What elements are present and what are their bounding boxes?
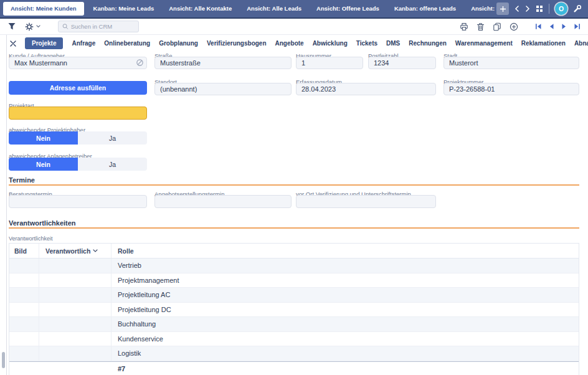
chevron-left-icon	[514, 6, 519, 12]
search-input[interactable]	[71, 23, 135, 30]
erfassungsdatum-field[interactable]	[296, 83, 436, 95]
strasse-field[interactable]	[154, 57, 292, 69]
filter-button[interactable]	[7, 22, 16, 31]
beratungstermin-field[interactable]	[9, 195, 147, 208]
record-toolbar	[0, 19, 588, 35]
table-row[interactable]: Projektleitung DC	[9, 303, 579, 318]
cell-bild	[9, 288, 39, 302]
tab-abnahmen[interactable]: Abnahmen	[574, 40, 588, 47]
tab-reklamationen[interactable]: Reklamationen	[521, 40, 566, 47]
grid-icon	[536, 5, 543, 12]
column-header-bild[interactable]: Bild	[9, 244, 39, 258]
tab-abwicklung[interactable]: Abwicklung	[313, 40, 348, 47]
projektnummer-field[interactable]	[443, 83, 579, 95]
tab-projekte[interactable]: Projekte	[25, 37, 63, 49]
print-icon	[460, 22, 468, 31]
last-record-button[interactable]	[574, 23, 581, 30]
cell-bild	[9, 303, 39, 317]
postleitzahl-field[interactable]	[368, 57, 436, 69]
adresse-ausfuellen-button[interactable]: Adresse ausfüllen	[9, 81, 147, 95]
cell-bild	[9, 317, 39, 331]
column-header-verantwortlich[interactable]: Verantwortlich	[39, 244, 111, 258]
tab-anfrage[interactable]: Anfrage	[72, 40, 95, 47]
table-row[interactable]: Kundenservice	[9, 332, 579, 347]
projektinhaber-toggle: Nein Ja	[9, 131, 147, 145]
view-tab-kanban-offene-leads[interactable]: Kanban: offene Leads	[387, 0, 463, 17]
chevron-right-icon	[525, 6, 530, 12]
cell-verantwortlich	[39, 346, 111, 361]
standort-field[interactable]	[154, 83, 292, 95]
tab-tickets[interactable]: Tickets	[356, 40, 377, 47]
table-row[interactable]: Logistik	[9, 346, 579, 361]
verantwortlichkeit-label: Verantwortlichkeit	[9, 235, 53, 242]
view-tab-alle-leads[interactable]: Ansicht: Alle Leads	[239, 0, 309, 17]
cell-rolle: Vertrieb	[111, 262, 579, 269]
view-tab-kanban-meine-leads[interactable]: Kanban: Meine Leads	[86, 0, 162, 17]
tab-onlineberatung[interactable]: Onlineberatung	[104, 40, 150, 47]
tab-warenmanagement[interactable]: Warenmanagement	[455, 40, 513, 47]
plus-circle-icon	[510, 22, 518, 31]
verifizierungstermin-field[interactable]	[296, 195, 436, 208]
cell-verantwortlich	[39, 273, 111, 288]
close-record-button[interactable]	[10, 40, 16, 47]
kunde-field[interactable]	[9, 57, 147, 69]
previous-record-button[interactable]	[549, 23, 554, 30]
table-settings-button[interactable]	[25, 22, 40, 31]
gear-icon	[25, 22, 34, 31]
table-header-row: Bild Verantwortlich Rolle	[9, 244, 579, 259]
table-row[interactable]: Vertrieb	[9, 259, 579, 273]
settings-wrench-button[interactable]	[573, 4, 582, 13]
table-row[interactable]: Projektleitung AC	[9, 288, 579, 303]
first-record-button[interactable]	[535, 23, 542, 30]
cell-bild	[9, 362, 39, 375]
vertical-scrollbar[interactable]	[2, 352, 5, 368]
scroll-tabs-left-button[interactable]	[514, 6, 519, 12]
nav-previous-icon	[549, 23, 554, 30]
chevron-down-icon	[36, 25, 40, 28]
scroll-tabs-right-button[interactable]	[525, 6, 530, 12]
projektinhaber-nein-option[interactable]: Nein	[9, 131, 78, 145]
crm-window: Ansicht: Meine Kunden Kanban: Meine Lead…	[0, 0, 588, 375]
tab-angebote[interactable]: Angebote	[275, 40, 304, 47]
tab-dms[interactable]: DMS	[386, 40, 400, 47]
tab-grobplanung[interactable]: Grobplanung	[159, 40, 198, 47]
anlagenbetreiber-nein-option[interactable]: Nein	[9, 158, 78, 171]
cell-bild	[9, 332, 39, 346]
view-tab-netzbetreiber[interactable]: Ansicht: Netzbetreiber	[463, 0, 496, 17]
add-view-button[interactable]	[496, 2, 509, 15]
projektart-field[interactable]	[9, 107, 147, 120]
tab-rechnungen[interactable]: Rechnungen	[409, 40, 447, 47]
all-views-button[interactable]	[536, 5, 543, 12]
view-tab-offene-leads[interactable]: Ansicht: Offene Leads	[309, 0, 387, 17]
filter-icon	[7, 22, 16, 31]
duplicate-record-button[interactable]	[493, 22, 501, 31]
cell-bild	[9, 273, 39, 288]
cell-verantwortlich	[39, 288, 111, 302]
nav-next-icon	[561, 23, 567, 30]
table-row[interactable]: Projektmanagement	[9, 273, 579, 288]
print-button[interactable]	[460, 22, 468, 31]
table-row[interactable]: Buchhaltung	[9, 317, 579, 332]
user-avatar[interactable]: O	[555, 2, 567, 15]
cell-rolle: Logistik	[111, 349, 579, 357]
view-tab-alle-kontakte[interactable]: Ansicht: Alle Kontakte	[161, 0, 239, 17]
anlagenbetreiber-ja-option[interactable]: Ja	[78, 158, 147, 171]
unlink-icon[interactable]	[136, 59, 144, 67]
add-record-button[interactable]	[510, 22, 518, 31]
column-header-rolle[interactable]: Rolle	[111, 247, 579, 255]
stadt-field[interactable]	[443, 57, 579, 69]
panel-edge	[6, 35, 7, 375]
view-tab-meine-kunden[interactable]: Ansicht: Meine Kunden	[3, 2, 84, 16]
cell-rolle: Projektmanagement	[111, 277, 579, 284]
cell-verantwortlich	[39, 259, 111, 273]
hausnummer-field[interactable]	[296, 57, 363, 69]
tab-verifizierungsbogen[interactable]: Verifizierungsbogen	[207, 40, 267, 47]
plus-icon	[500, 6, 506, 12]
cell-verantwortlich	[39, 362, 111, 375]
angebotserstellungstermin-field[interactable]	[154, 195, 292, 208]
next-record-button[interactable]	[561, 23, 567, 30]
projektinhaber-ja-option[interactable]: Ja	[78, 131, 147, 145]
cell-rolle: Kundenservice	[111, 335, 579, 343]
cell-bild	[9, 346, 39, 361]
delete-record-button[interactable]	[477, 22, 485, 31]
